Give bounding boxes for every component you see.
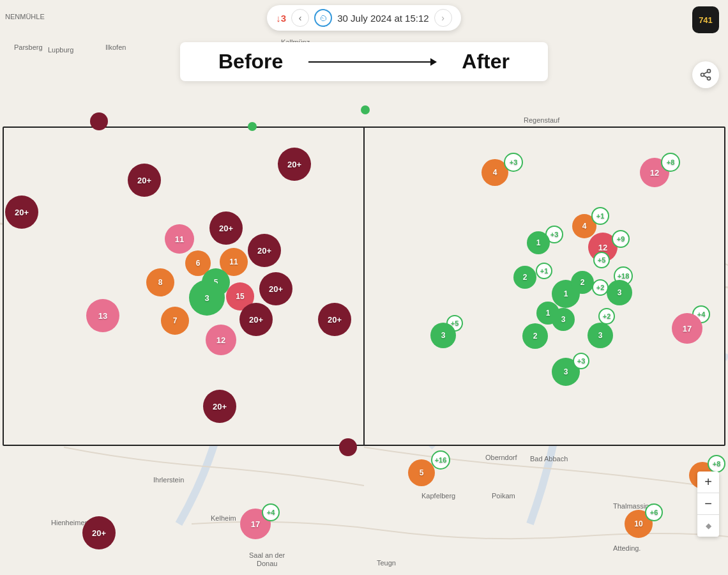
cluster-marker-bottom[interactable]: 20+ xyxy=(82,516,116,549)
before-after-header: Before After xyxy=(180,42,548,81)
top-bar: ↓3 ‹ ⏲ 30 July 2024 at 15:12 › xyxy=(0,0,728,36)
dark-red-dot xyxy=(339,438,357,456)
dark-red-dot xyxy=(90,112,108,130)
compass-button[interactable]: ◆ xyxy=(697,515,719,537)
cluster-marker[interactable]: 13 xyxy=(86,299,119,332)
cluster-marker[interactable]: 20+ xyxy=(5,195,38,229)
cluster-marker[interactable]: +3 xyxy=(573,353,589,369)
cluster-marker[interactable]: 20+ xyxy=(239,303,273,336)
green-dot-indicator xyxy=(248,122,257,131)
cluster-marker[interactable]: 17 xyxy=(672,313,702,344)
cluster-marker[interactable]: 1 xyxy=(527,231,550,254)
nav-back-button[interactable]: ‹ xyxy=(291,9,309,27)
after-panel: 4+312+84+1+3112+9+5+1212+2+183+5313+223+… xyxy=(365,128,724,445)
cluster-marker[interactable]: 3 xyxy=(588,323,613,348)
cluster-marker[interactable]: 20+ xyxy=(248,234,281,267)
svg-line-4 xyxy=(704,75,708,77)
svg-point-3 xyxy=(708,77,711,80)
cluster-marker[interactable]: 3 xyxy=(430,323,456,348)
svg-line-5 xyxy=(704,72,708,73)
after-label: After xyxy=(462,50,510,73)
cluster-marker[interactable]: 12 xyxy=(206,325,236,355)
cluster-marker[interactable]: 3 xyxy=(189,280,225,316)
before-panel: 20+20+20+1120+20+6118531520+720+20+13122… xyxy=(4,128,365,445)
cluster-marker[interactable]: 2 xyxy=(522,323,548,349)
svg-point-2 xyxy=(701,73,704,77)
nav-forward-button[interactable]: › xyxy=(434,9,452,27)
down-count: ↓3 xyxy=(276,13,286,24)
navigation-pill: ↓3 ‹ ⏲ 30 July 2024 at 15:12 › xyxy=(267,5,460,31)
cluster-marker[interactable]: 11 xyxy=(165,224,194,254)
cluster-marker[interactable]: 2 xyxy=(513,266,536,289)
cluster-marker[interactable]: 20+ xyxy=(203,390,236,423)
cluster-marker[interactable]: 3 xyxy=(552,308,575,331)
comparison-panels: 20+20+20+1120+20+6118531520+720+20+13122… xyxy=(3,126,725,446)
zoom-in-button[interactable]: + xyxy=(697,471,719,493)
cluster-marker[interactable]: 20+ xyxy=(128,164,161,197)
svg-point-1 xyxy=(708,70,711,73)
arrow-line-inner xyxy=(308,61,436,63)
cluster-marker[interactable]: 3 xyxy=(607,280,632,305)
cluster-marker[interactable]: +8 xyxy=(661,153,680,172)
clock-icon: ⏲ xyxy=(314,9,332,27)
arrow-line xyxy=(308,61,436,63)
cluster-marker[interactable]: 8 xyxy=(146,268,174,296)
cluster-marker-bottom[interactable]: +16 xyxy=(431,450,450,470)
before-label: Before xyxy=(218,50,283,73)
cluster-marker[interactable]: 7 xyxy=(161,307,189,335)
zoom-controls: + − ◆ xyxy=(697,471,719,537)
datetime-label: 30 July 2024 at 15:12 xyxy=(337,13,428,24)
app-logo: 741 xyxy=(692,6,719,33)
cluster-marker-bottom[interactable]: 5 xyxy=(408,459,435,486)
cluster-marker[interactable]: +1 xyxy=(591,207,609,225)
cluster-marker[interactable]: +9 xyxy=(612,230,630,248)
cluster-marker[interactable]: +3 xyxy=(504,153,523,172)
cluster-marker-bottom[interactable]: +4 xyxy=(262,503,280,521)
cluster-marker[interactable]: 2 xyxy=(571,271,594,294)
cluster-marker[interactable]: 20+ xyxy=(209,211,243,245)
cluster-marker[interactable]: +1 xyxy=(536,263,552,279)
zoom-out-button[interactable]: − xyxy=(697,493,719,515)
cluster-marker-bottom[interactable]: +8 xyxy=(708,455,725,473)
cluster-marker[interactable]: 20+ xyxy=(318,303,351,336)
cluster-marker[interactable]: 20+ xyxy=(259,272,292,305)
cluster-marker[interactable]: 20+ xyxy=(278,148,311,181)
cluster-marker[interactable]: +5 xyxy=(593,252,610,268)
green-dot-indicator xyxy=(361,105,370,114)
share-button[interactable] xyxy=(692,61,719,88)
cluster-marker-bottom[interactable]: +6 xyxy=(645,503,663,521)
